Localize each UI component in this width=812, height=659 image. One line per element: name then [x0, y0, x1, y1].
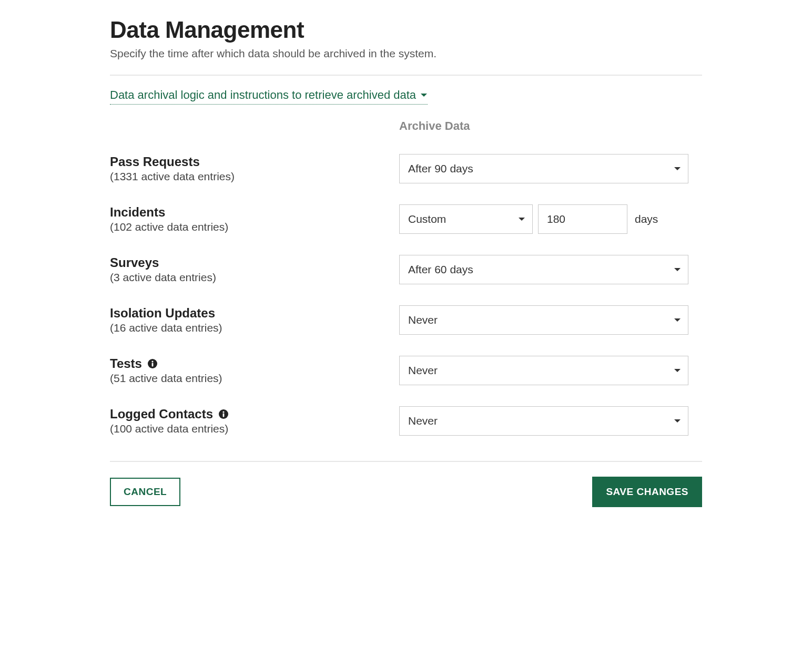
row-sub-logged-contacts: (100 active data entries) — [110, 423, 399, 435]
row-title-isolation-updates: Isolation Updates — [110, 306, 399, 321]
row-sub-incidents: (102 active data entries) — [110, 221, 399, 233]
archive-select-tests[interactable]: Never — [399, 356, 688, 385]
archive-select-value: Custom — [408, 213, 446, 225]
row-title-surveys: Surveys — [110, 255, 399, 270]
divider — [110, 461, 702, 462]
page-subtitle: Specify the time after which data should… — [110, 47, 702, 60]
svg-point-4 — [222, 411, 224, 413]
days-label: days — [635, 213, 658, 225]
archive-select-value: After 60 days — [408, 263, 473, 276]
row-sub-surveys: (3 active data entries) — [110, 271, 399, 284]
row-sub-pass-requests: (1331 active data entries) — [110, 170, 399, 183]
archive-data-column-header: Archive Data — [399, 119, 688, 143]
caret-down-icon — [420, 92, 428, 98]
archive-select-incidents[interactable]: Custom — [399, 204, 533, 234]
custom-days-input-incidents[interactable] — [538, 204, 627, 234]
row-logged-contacts-label: Logged Contacts (100 active data entries… — [110, 396, 399, 446]
archive-select-isolation-updates[interactable]: Never — [399, 305, 688, 335]
archive-select-pass-requests[interactable]: After 90 days — [399, 154, 688, 183]
archive-select-value: Never — [408, 364, 438, 377]
svg-rect-2 — [152, 363, 154, 367]
archive-select-value: After 90 days — [408, 162, 473, 175]
row-pass-requests-label: Pass Requests (1331 active data entries) — [110, 143, 399, 194]
column-header-left-spacer — [110, 119, 399, 143]
row-title-pass-requests: Pass Requests — [110, 155, 399, 169]
row-incidents-label: Incidents (102 active data entries) — [110, 194, 399, 244]
archival-instructions-label: Data archival logic and instructions to … — [110, 88, 416, 102]
divider — [110, 75, 702, 76]
archive-select-logged-contacts[interactable]: Never — [399, 406, 688, 436]
info-icon[interactable] — [147, 358, 158, 369]
archive-select-surveys[interactable]: After 60 days — [399, 255, 688, 284]
row-title-logged-contacts: Logged Contacts — [110, 407, 213, 421]
save-changes-button[interactable]: SAVE CHANGES — [592, 477, 702, 507]
row-title-incidents: Incidents — [110, 205, 399, 220]
row-sub-isolation-updates: (16 active data entries) — [110, 322, 399, 334]
svg-rect-5 — [223, 414, 225, 417]
archive-select-value: Never — [408, 415, 438, 427]
row-title-tests: Tests — [110, 356, 142, 371]
archival-instructions-link[interactable]: Data archival logic and instructions to … — [110, 88, 428, 105]
cancel-button[interactable]: CANCEL — [110, 478, 180, 506]
archive-select-value: Never — [408, 314, 438, 326]
row-sub-tests: (51 active data entries) — [110, 372, 399, 385]
row-surveys-label: Surveys (3 active data entries) — [110, 244, 399, 295]
row-isolation-updates-label: Isolation Updates (16 active data entrie… — [110, 295, 399, 345]
svg-point-1 — [151, 361, 153, 362]
row-tests-label: Tests (51 active data entries) — [110, 345, 399, 396]
info-icon[interactable] — [218, 409, 229, 419]
page-title: Data Management — [110, 17, 702, 43]
